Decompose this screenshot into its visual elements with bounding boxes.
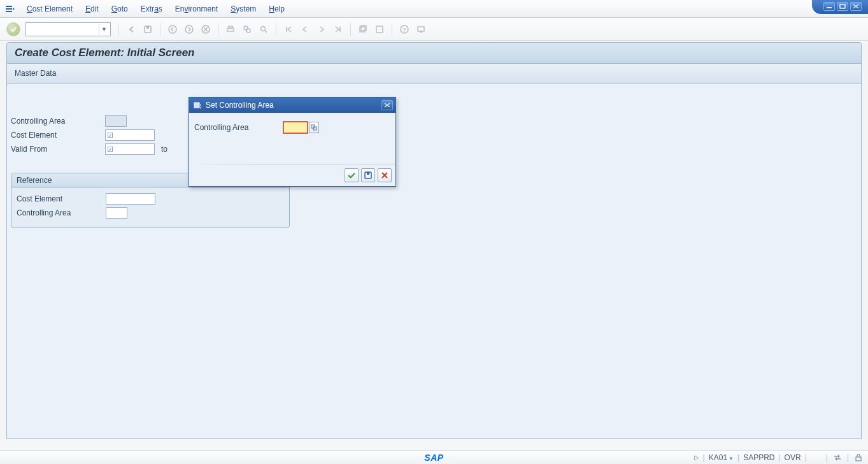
first-page-icon[interactable]	[281, 22, 295, 36]
menu-help[interactable]: Help	[269, 4, 285, 13]
svg-rect-12	[360, 27, 365, 32]
dlg-controlling-area-input[interactable]	[283, 122, 308, 133]
status-swap-icon[interactable]	[832, 453, 843, 463]
menu-bar: Cost Element Edit Goto Extras Environmen…	[0, 0, 868, 18]
status-insert-mode[interactable]: OVR	[785, 453, 801, 462]
set-controlling-area-dialog: Set Controlling Area Controlling Area	[189, 97, 396, 187]
prev-page-icon[interactable]	[298, 22, 312, 36]
ref-cost-element-label: Cost Element	[17, 194, 106, 203]
cancel-icon[interactable]	[199, 22, 213, 36]
page-title: Create Cost Element: Initial Screen	[6, 42, 862, 64]
svg-point-10	[246, 29, 250, 33]
menu-environment[interactable]: Environment	[175, 4, 218, 13]
dialog-title-bar[interactable]: Set Controlling Area	[189, 98, 395, 113]
dialog-system-icon	[193, 101, 202, 110]
back-icon[interactable]	[124, 22, 138, 36]
help-icon[interactable]: ?	[397, 22, 411, 36]
dialog-continue-button[interactable]	[345, 168, 359, 182]
sap-logo: SAP	[424, 453, 443, 463]
valid-from-input[interactable]: ☑	[105, 143, 155, 155]
back-nav-icon[interactable]	[166, 22, 180, 36]
svg-rect-1	[840, 4, 845, 8]
application-toolbar: Master Data	[6, 64, 862, 83]
svg-rect-18	[420, 31, 422, 33]
ref-controlling-area-input[interactable]	[106, 207, 127, 219]
status-nav-icon[interactable]: ▷	[694, 454, 699, 461]
svg-rect-3	[146, 26, 149, 29]
menu-edit[interactable]: Edit	[85, 4, 99, 13]
toolbar-divider	[118, 23, 119, 36]
menu-goto[interactable]: Goto	[111, 4, 128, 13]
svg-point-5	[185, 25, 193, 33]
svg-rect-7	[227, 28, 234, 31]
svg-point-4	[169, 25, 176, 33]
toolbar-divider	[350, 23, 351, 36]
menu-extras[interactable]: Extras	[141, 4, 162, 13]
dialog-save-button[interactable]	[361, 168, 375, 182]
cost-element-input[interactable]: ☑	[105, 129, 155, 141]
print-icon[interactable]	[224, 22, 238, 36]
menu-cost-element[interactable]: Cost Element	[27, 4, 73, 13]
dialog-cancel-button[interactable]	[378, 168, 392, 182]
dialog-title-text: Set Controlling Area	[206, 101, 274, 110]
save-icon[interactable]	[141, 22, 155, 36]
last-page-icon[interactable]	[331, 22, 345, 36]
dlg-controlling-area-label: Controlling Area	[194, 123, 283, 132]
svg-rect-24	[856, 457, 861, 461]
customize-layout-icon[interactable]	[414, 22, 428, 36]
svg-text:?: ?	[402, 27, 406, 33]
required-icon: ☑	[107, 131, 113, 140]
svg-rect-23	[367, 172, 369, 175]
close-button[interactable]	[850, 2, 862, 11]
exit-icon[interactable]	[182, 22, 196, 36]
toolbar-divider	[276, 23, 276, 36]
toolbar-divider	[218, 23, 218, 36]
toolbar-divider	[392, 23, 392, 36]
enter-button[interactable]	[6, 22, 20, 36]
minimize-button[interactable]	[823, 2, 835, 11]
find-icon[interactable]	[240, 22, 254, 36]
svg-rect-13	[361, 25, 366, 31]
svg-point-11	[261, 26, 266, 31]
controlling-area-label: Controlling Area	[11, 117, 105, 126]
find-next-icon[interactable]	[257, 22, 271, 36]
valid-from-label: Valid From	[11, 145, 105, 154]
svg-rect-8	[229, 26, 232, 28]
dialog-close-button[interactable]	[381, 100, 393, 110]
master-data-button[interactable]: Master Data	[15, 69, 56, 78]
svg-rect-17	[418, 27, 424, 31]
ref-cost-element-input[interactable]	[106, 193, 155, 205]
window-controls	[812, 0, 868, 14]
maximize-button[interactable]	[837, 2, 848, 11]
svg-rect-19	[194, 103, 199, 108]
ref-controlling-area-label: Controlling Area	[17, 208, 106, 217]
system-menu-icon[interactable]	[4, 3, 15, 15]
cost-element-label: Cost Element	[11, 131, 105, 140]
required-icon: ☑	[107, 145, 113, 154]
command-field-dropdown-icon[interactable]: ▼	[99, 24, 109, 35]
toolbar-divider	[160, 23, 160, 36]
status-lock-icon[interactable]	[853, 453, 864, 463]
work-area: Controlling Area Cost Element ☑ Valid Fr…	[6, 83, 862, 439]
status-bar: SAP ▷ | KA01▼ | SAPPRD | OVR | | |	[0, 450, 868, 464]
status-system: SAPPRD	[743, 453, 774, 462]
controlling-area-display	[105, 115, 127, 127]
menu-system[interactable]: System	[231, 4, 256, 13]
create-shortcut-icon[interactable]	[373, 22, 387, 36]
to-label: to	[161, 145, 167, 154]
next-page-icon[interactable]	[315, 22, 329, 36]
new-session-icon[interactable]	[356, 22, 370, 36]
command-field[interactable]: ▼	[25, 22, 111, 36]
standard-toolbar: ▼ ?	[0, 18, 868, 41]
status-tcode[interactable]: KA01▼	[709, 453, 734, 462]
svg-rect-0	[827, 7, 832, 8]
svg-rect-14	[376, 26, 383, 33]
f4-help-button[interactable]	[309, 122, 319, 133]
